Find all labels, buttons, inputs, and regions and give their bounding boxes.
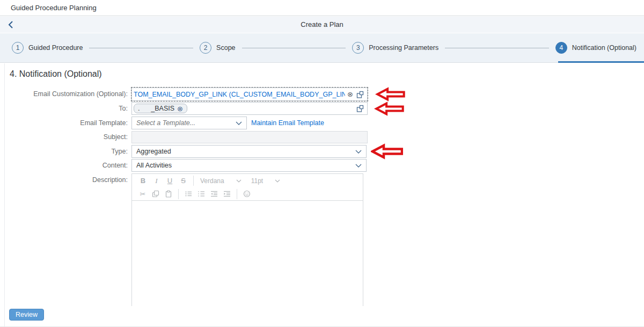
step-connector: [89, 48, 193, 48]
email-template-select[interactable]: Select a Template...: [131, 117, 247, 129]
italic-button[interactable]: I: [150, 177, 163, 185]
step-number: 1: [12, 42, 24, 54]
nav-bar: Create a Plan: [0, 17, 644, 33]
wizard-step-scope[interactable]: 2 Scope: [200, 33, 235, 62]
email-customization-label: Email Customization (Optional):: [0, 88, 128, 101]
app-title-bar: Guided Procedure Planning: [0, 0, 644, 16]
chevron-down-icon[interactable]: [275, 179, 280, 183]
step-connector: [242, 48, 346, 48]
app-title: Guided Procedure Planning: [0, 0, 644, 16]
to-token-text: . _BASIS: [138, 105, 174, 112]
email-template-label: Email Template:: [0, 117, 128, 129]
description-editor[interactable]: B I U S Verdana 11pt ✂: [131, 173, 363, 306]
chevron-down-icon: [355, 164, 362, 168]
guided-procedure-planning-app: Guided Procedure Planning Create a Plan …: [0, 0, 644, 327]
value-help-icon: [356, 104, 364, 113]
chevron-down-icon[interactable]: [236, 179, 241, 183]
strikethrough-button[interactable]: S: [177, 177, 190, 185]
section-heading: 4. Notification (Optional): [10, 69, 102, 79]
indent-icon[interactable]: [221, 190, 233, 198]
active-step-underline: [558, 61, 644, 63]
to-label: To:: [0, 102, 128, 115]
chevron-down-icon: [355, 150, 362, 154]
back-chevron-icon: [7, 20, 16, 29]
email-template-placeholder: Select a Template...: [136, 119, 195, 127]
to-token[interactable]: . _BASIS ⊗: [134, 104, 187, 113]
outdent-icon[interactable]: [208, 190, 221, 198]
wizard-step-processing-parameters[interactable]: 3 Processing Parameters: [352, 33, 438, 62]
maintain-email-template-link[interactable]: Maintain Email Template: [251, 117, 324, 129]
content-label: Content:: [0, 159, 128, 172]
subject-label: Subject:: [0, 131, 128, 143]
numbered-list-icon[interactable]: [195, 190, 208, 198]
page-title: Create a Plan: [0, 17, 644, 33]
underline-button[interactable]: U: [163, 177, 177, 185]
value-help-button[interactable]: [353, 104, 367, 113]
annotation-arrow-to: [374, 101, 405, 116]
chevron-down-icon: [236, 121, 242, 125]
back-button[interactable]: [7, 20, 16, 29]
step-number: 4: [555, 42, 567, 54]
rte-toolbar: B I U S Verdana 11pt ✂: [132, 174, 363, 201]
step-number: 3: [352, 42, 364, 54]
content-value: All Activities: [136, 162, 172, 169]
description-text-area[interactable]: [132, 201, 363, 306]
subject-input: [131, 131, 368, 143]
step-label: Guided Procedure: [28, 44, 83, 52]
email-customization-field[interactable]: TOM_EMAIL_BODY_GP_LINK (CL_CUSTOM_EMAIL_…: [131, 88, 368, 101]
token-remove-icon[interactable]: ⊗: [177, 105, 183, 113]
annotation-arrow-type: [371, 143, 403, 159]
bold-button[interactable]: B: [136, 177, 150, 185]
wizard-progress-bar: 1 Guided Procedure 2 Scope 3 Processing …: [0, 33, 644, 63]
content-select[interactable]: All Activities: [131, 159, 367, 172]
bullet-list-icon[interactable]: [182, 190, 195, 198]
cut-icon[interactable]: ✂: [136, 190, 149, 198]
annotation-arrow-email-customization: [375, 87, 406, 101]
type-select[interactable]: Aggregated: [131, 145, 367, 158]
wizard-step-guided-procedure[interactable]: 1 Guided Procedure: [12, 33, 83, 62]
description-label: Description:: [0, 175, 128, 185]
step-number: 2: [200, 42, 211, 54]
toolbar-separator: [178, 189, 179, 199]
emoji-icon[interactable]: [240, 190, 253, 198]
toolbar-separator: [193, 176, 194, 186]
type-label: Type:: [0, 145, 128, 158]
email-customization-token[interactable]: TOM_EMAIL_BODY_GP_LINK (CL_CUSTOM_EMAIL_…: [134, 91, 345, 98]
step-label: Notification (Optional): [572, 44, 636, 52]
step-label: Processing Parameters: [369, 44, 438, 52]
copy-icon[interactable]: [149, 190, 162, 198]
value-help-button[interactable]: [353, 90, 367, 99]
paste-icon[interactable]: [162, 190, 175, 198]
font-family-select[interactable]: Verdana: [200, 177, 224, 185]
toolbar-separator: [237, 189, 237, 199]
font-size-select[interactable]: 11pt: [251, 177, 263, 185]
to-field[interactable]: . _BASIS ⊗: [131, 102, 368, 115]
step-connector: [445, 48, 549, 48]
value-help-icon: [356, 90, 364, 99]
wizard-step-notification[interactable]: 4 Notification (Optional): [555, 33, 636, 62]
review-button[interactable]: Review: [9, 309, 44, 321]
step-label: Scope: [216, 44, 235, 52]
token-remove-icon[interactable]: ⊗: [347, 90, 353, 98]
type-value: Aggregated: [136, 148, 171, 155]
